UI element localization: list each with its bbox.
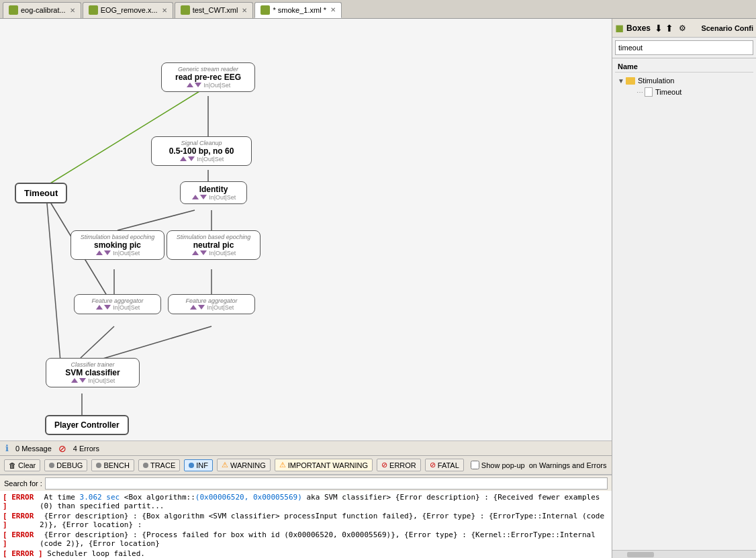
tab-close-4[interactable]: ✕ — [330, 6, 336, 13]
tab-bar: eog-calibrat... ✕ EOG_remove.x... ✕ test… — [0, 0, 756, 19]
warning-button[interactable]: ⚠ WARNING — [217, 459, 271, 471]
log-content-2: {Error description} : {Box algorithm <SV… — [40, 512, 609, 529]
node-timeout[interactable]: Timeout — [15, 183, 67, 203]
tab-label-2: EOG_remove.x... — [101, 6, 158, 14]
node-feature-agg2[interactable]: Feature aggregator In|Out|Set — [168, 294, 255, 314]
svg-line-9 — [94, 326, 211, 361]
fatal-icon: ⊘ — [430, 461, 436, 469]
scenario-canvas[interactable]: Generic stream reader read pre-rec EEG I… — [0, 19, 612, 440]
log-line-3: [ ERROR ] {Error description} : {Process… — [1, 530, 610, 549]
timeout-file-icon — [645, 87, 653, 97]
right-scrollbar-h[interactable] — [612, 550, 756, 558]
debug-dot — [49, 463, 54, 468]
import-icon[interactable]: ⬇ — [655, 23, 663, 34]
error-count: 4 Errors — [73, 445, 99, 453]
show-popup-checkbox[interactable] — [471, 461, 479, 469]
node-identity[interactable]: Identity In|Out|Set — [180, 181, 247, 204]
bench-dot — [96, 463, 101, 468]
tree-panel: Name ▼ Stimulation ⋯ Timeout — [612, 58, 756, 550]
node-player[interactable]: Player Controller — [45, 415, 129, 435]
node-neutral-pic[interactable]: Stimulation based epoching neutral pic I… — [167, 230, 261, 260]
svg-line-5 — [47, 86, 208, 185]
warning-icon: ⚠ — [222, 461, 228, 469]
tab-close-3[interactable]: ✕ — [242, 7, 247, 14]
log-messages[interactable]: [ ERROR ] At time 3.062 sec <Box algorit… — [0, 491, 612, 558]
trace-button[interactable]: TRACE — [138, 459, 180, 471]
tab-smoke[interactable]: * smoke_1.xml * ✕ — [254, 2, 341, 18]
node-type-fagg1: Feature aggregator — [80, 297, 155, 304]
node-name-neutral: neutral pic — [173, 240, 254, 250]
clear-button[interactable]: 🗑 Clear — [4, 459, 40, 471]
imp-warning-icon: ⚠ — [279, 461, 286, 469]
tab-icon-3 — [181, 5, 190, 15]
tab-icon-1 — [9, 5, 18, 15]
tree-item-stimulation[interactable]: ▼ Stimulation — [615, 75, 753, 86]
node-feature-agg1[interactable]: Feature aggregator In|Out|Set — [74, 294, 161, 314]
message-count: 0 Message — [15, 445, 52, 453]
boxes-icon: ◼ — [615, 21, 624, 34]
gear-icon[interactable]: ⚙ — [679, 24, 686, 33]
debug-button[interactable]: DEBUG — [44, 459, 87, 471]
node-type-fagg2: Feature aggregator — [174, 297, 249, 304]
log-line-2: [ ERROR ] {Error description} : {Box alg… — [1, 511, 610, 530]
info-icon: ℹ — [5, 443, 9, 453]
node-ports-fagg2: In|Out|Set — [174, 304, 249, 311]
export-icon[interactable]: ⬆ — [665, 23, 673, 34]
stimulation-label: Stimulation — [638, 77, 674, 85]
error-button[interactable]: ⊘ ERROR — [377, 459, 421, 471]
right-search-box — [612, 38, 756, 58]
node-ports-identity: In|Out|Set — [186, 194, 241, 201]
node-name-read: read pre-rec EEG — [167, 73, 249, 82]
tab-close-1[interactable]: ✕ — [70, 7, 75, 14]
important-warning-button[interactable]: ⚠ IMPORTANT WARNING — [275, 459, 373, 471]
node-ports-smoking: In|Out|Set — [77, 250, 158, 257]
log-panel: 🗑 Clear DEBUG BENCH TRACE INF — [0, 455, 612, 558]
tab-close-2[interactable]: ✕ — [162, 7, 167, 14]
node-type-svm: Classifier trainer — [52, 361, 134, 368]
log-content-1: At time 3.062 sec <Box algorithm::(0x000… — [40, 493, 609, 510]
tab-eog-remove[interactable]: EOG_remove.x... ✕ — [83, 2, 173, 18]
tree-header: Name — [615, 61, 753, 73]
fatal-button[interactable]: ⊘ FATAL — [425, 459, 464, 471]
node-ports-svm: In|Out|Set — [52, 377, 134, 384]
right-panel: ◼ Boxes ⬇ ⬆ ⚙ Scenario Confi Name ▼ Stim… — [612, 19, 756, 558]
dotted-line-icon: ⋯ — [636, 89, 643, 96]
inf-dot — [189, 463, 194, 468]
log-line-4: [ ERROR ] Scheduler loop failed. — [1, 549, 610, 558]
log-search-input[interactable] — [45, 477, 608, 490]
tab-label-4: * smoke_1.xml * — [273, 6, 326, 14]
log-tag-4: [ ERROR ] — [3, 549, 43, 558]
error-icon-status: ⊘ — [58, 443, 66, 454]
node-signal-cleanup[interactable]: Signal Cleanup 0.5-100 bp, no 60 In|Out|… — [151, 136, 252, 166]
scenario-label: Scenario Confi — [701, 24, 753, 32]
node-ports-fagg1: In|Out|Set — [80, 304, 155, 311]
player-label: Player Controller — [54, 420, 120, 430]
trace-dot — [143, 463, 148, 468]
log-toolbar: 🗑 Clear DEBUG BENCH TRACE INF — [0, 456, 612, 475]
tab-eog-calibrat[interactable]: eog-calibrat... ✕ — [3, 2, 81, 18]
node-svm[interactable]: Classifier trainer SVM classifier In|Out… — [46, 358, 140, 387]
right-search-input[interactable] — [615, 40, 753, 55]
scroll-thumb[interactable] — [627, 552, 654, 557]
search-bar: Search for : — [0, 475, 612, 491]
canvas-area: Generic stream reader read pre-rec EEG I… — [0, 19, 612, 558]
node-read-pre-rec[interactable]: Generic stream reader read pre-rec EEG I… — [161, 62, 255, 92]
timeout-label: Timeout — [655, 88, 681, 96]
tab-icon-4 — [261, 5, 270, 15]
tab-label-1: eog-calibrat... — [21, 6, 66, 14]
node-name-smoking: smoking pic — [77, 240, 158, 250]
boxes-label: Boxes — [626, 24, 651, 33]
main-container: Generic stream reader read pre-rec EEG I… — [0, 19, 756, 558]
right-toolbar: ◼ Boxes ⬇ ⬆ ⚙ Scenario Confi — [612, 19, 756, 38]
tab-icon-2 — [89, 5, 98, 15]
tab-label-3: test_CWT.xml — [193, 6, 238, 14]
status-bar: ℹ 0 Message ⊘ 4 Errors — [0, 440, 612, 455]
node-ports-read: In|Out|Set — [167, 82, 249, 89]
bench-button[interactable]: BENCH — [91, 459, 134, 471]
show-popup-container: Show pop-up on Warnings and Errors — [471, 461, 607, 469]
inf-button[interactable]: INF — [184, 459, 213, 471]
tree-item-timeout[interactable]: ⋯ Timeout — [615, 86, 753, 98]
node-smoking-pic[interactable]: Stimulation based epoching smoking pic I… — [70, 230, 164, 260]
tab-test-cwt[interactable]: test_CWT.xml ✕ — [175, 2, 254, 18]
stimulation-folder-icon — [626, 77, 635, 85]
